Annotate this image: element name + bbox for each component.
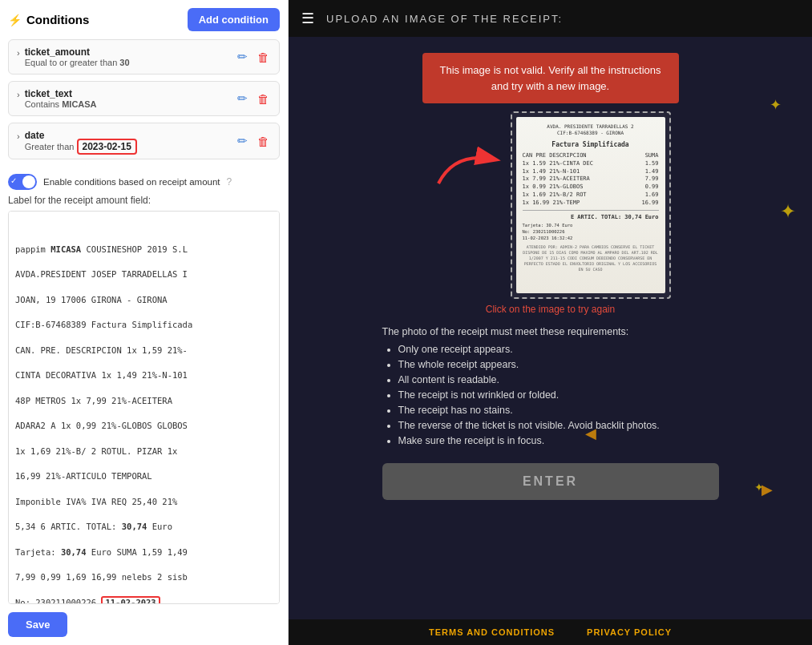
receipt-text-box: pappim MICASA COUSINESHOP 2019 S.L AVDA.… bbox=[8, 211, 280, 604]
delete-condition-button[interactable]: 🗑 bbox=[256, 133, 271, 150]
receipt-area: AVDA. PRESIDENTE TARRADELLAS 2CIF:B-6746… bbox=[430, 111, 671, 299]
toggle-row: ✓ Enable conditions based on receipt amo… bbox=[8, 174, 280, 190]
requirement-item: The whole receipt appears. bbox=[398, 359, 719, 370]
requirement-item: Only one receipt appears. bbox=[398, 344, 719, 355]
privacy-link[interactable]: PRIVACY POLICY bbox=[587, 627, 672, 637]
condition-ticket-text: › ticket_text Contains MICASA ✏ 🗑 bbox=[8, 81, 280, 116]
error-banner: This image is not valid. Verify all the … bbox=[422, 53, 679, 103]
edit-condition-button[interactable]: ✏ bbox=[236, 48, 249, 66]
requirement-item: The receipt is not wrinkled or folded. bbox=[398, 389, 719, 401]
arrow-icon bbox=[430, 143, 503, 191]
receipt-image-mock: AVDA. PRESIDENTE TARRADELLAS 2CIF:B-6746… bbox=[516, 117, 665, 293]
condition-desc: Greater than 2023-02-15 bbox=[25, 141, 137, 152]
toggle-label: Enable conditions based on receipt amoun… bbox=[43, 177, 220, 187]
save-button[interactable]: Save bbox=[8, 612, 67, 637]
condition-date: › date Greater than 2023-02-15 ✏ 🗑 bbox=[8, 123, 280, 159]
edit-condition-button[interactable]: ✏ bbox=[236, 90, 249, 107]
conditions-header: ⚡ Conditions Add condition bbox=[8, 8, 280, 31]
condition-desc: Contains MICASA bbox=[25, 99, 97, 109]
right-panel: ✦ ✦ ▶ ◀ ✦ ✦ ☰ UPLOAD AN IMAGE OF THE REC… bbox=[289, 0, 812, 645]
hamburger-icon[interactable]: ☰ bbox=[301, 10, 315, 27]
edit-condition-button[interactable]: ✏ bbox=[236, 132, 249, 150]
add-condition-button[interactable]: Add condition bbox=[188, 8, 280, 31]
help-icon[interactable]: ? bbox=[227, 176, 232, 187]
condition-name: ticket_text bbox=[25, 88, 97, 99]
condition-ticket-amount: › ticket_amount Equal to or greater than… bbox=[8, 39, 280, 75]
right-content: This image is not valid. Verify all the … bbox=[289, 37, 812, 619]
requirements-list: Only one receipt appears. The whole rece… bbox=[382, 344, 719, 446]
arrow-area bbox=[430, 143, 503, 191]
requirement-item: Make sure the receipt is in focus. bbox=[398, 435, 719, 446]
left-panel: ⚡ Conditions Add condition › ticket_amou… bbox=[0, 0, 289, 645]
delete-condition-button[interactable]: 🗑 bbox=[256, 49, 271, 66]
chevron-icon: › bbox=[17, 48, 20, 58]
conditions-title-text: Conditions bbox=[26, 13, 89, 26]
filter-icon: ⚡ bbox=[8, 14, 22, 26]
conditions-title: ⚡ Conditions bbox=[8, 13, 89, 26]
chevron-icon: › bbox=[17, 131, 20, 141]
receipt-text-content: pappim MICASA COUSINESHOP 2019 S.L AVDA.… bbox=[15, 244, 273, 605]
label-section-title: Label for the receipt amount field: bbox=[8, 195, 280, 206]
delete-condition-button[interactable]: 🗑 bbox=[256, 91, 271, 107]
header-title: UPLOAD AN IMAGE OF THE RECEIPT: bbox=[326, 13, 563, 25]
right-header: ☰ UPLOAD AN IMAGE OF THE RECEIPT: bbox=[289, 0, 812, 37]
receipt-upload-area[interactable]: AVDA. PRESIDENTE TARRADELLAS 2CIF:B-6746… bbox=[511, 111, 671, 299]
condition-name: ticket_amount bbox=[25, 46, 130, 58]
requirements-intro: The photo of the receipt must meet these… bbox=[382, 326, 719, 337]
requirement-item: All content is readable. bbox=[398, 374, 719, 385]
terms-link[interactable]: TERMS AND CONDITIONS bbox=[429, 627, 555, 637]
enable-conditions-toggle[interactable]: ✓ bbox=[8, 174, 37, 190]
requirement-item: The reverse of the ticket is not visible… bbox=[398, 420, 719, 431]
checkmark-icon: ✓ bbox=[10, 176, 17, 185]
click-retry-text[interactable]: Click on the image to try again bbox=[486, 304, 615, 315]
enter-button[interactable]: ENTER bbox=[382, 463, 719, 500]
condition-desc: Equal to or greater than 30 bbox=[25, 58, 130, 67]
right-footer: TERMS AND CONDITIONS PRIVACY POLICY bbox=[289, 619, 812, 645]
chevron-icon: › bbox=[17, 90, 20, 99]
requirement-item: The receipt has no stains. bbox=[398, 405, 719, 416]
requirements-section: The photo of the receipt must meet these… bbox=[382, 326, 719, 450]
